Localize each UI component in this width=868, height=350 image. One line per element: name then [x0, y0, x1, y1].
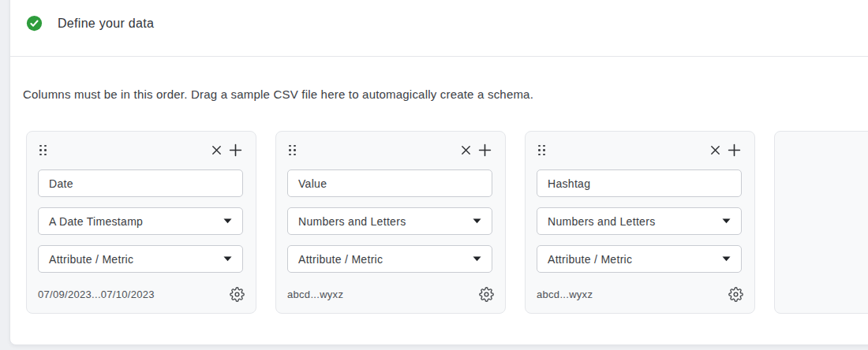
instruction-text: Columns must be in this order. Drag a sa… [23, 86, 533, 103]
drag-handle-icon[interactable] [289, 145, 296, 156]
data-type-value: Numbers and Letters [548, 215, 655, 228]
column-settings-button[interactable] [479, 287, 494, 302]
add-column-button[interactable] [229, 143, 242, 157]
plus-icon [478, 143, 492, 157]
x-icon [709, 144, 721, 156]
add-column-button[interactable] [728, 143, 741, 157]
data-type-select[interactable]: Numbers and Letters [287, 207, 492, 235]
sample-range-label: abcd...wyxz [287, 289, 343, 300]
plus-icon [728, 143, 741, 157]
remove-column-button[interactable] [460, 144, 472, 156]
card-header [39, 142, 242, 158]
panel-header: Define your data [26, 15, 154, 32]
card-header [538, 142, 741, 158]
remove-column-button[interactable] [709, 144, 721, 156]
data-type-select[interactable]: A Date Timestamp [38, 207, 243, 235]
x-icon [211, 144, 223, 156]
attribute-metric-select[interactable]: Attribute / Metric [537, 245, 742, 273]
column-name-input[interactable] [38, 169, 243, 197]
define-data-panel: Define your data Columns must be in this… [9, 0, 868, 345]
x-icon [460, 144, 472, 156]
card-footer: 07/09/2023...07/10/2023 [38, 286, 245, 302]
remove-column-button[interactable] [211, 144, 223, 156]
gear-icon [230, 287, 245, 302]
drag-handle-icon[interactable] [538, 145, 545, 156]
gear-icon [728, 287, 743, 302]
caret-down-icon [223, 218, 232, 224]
column-settings-button[interactable] [728, 287, 743, 302]
empty-column-card [774, 131, 868, 314]
card-header [289, 142, 492, 158]
card-actions [211, 143, 242, 157]
caret-down-icon [223, 256, 232, 262]
data-type-value: Numbers and Letters [298, 215, 406, 228]
attribute-metric-value: Attribute / Metric [548, 253, 632, 266]
data-type-select[interactable]: Numbers and Letters [537, 207, 742, 235]
plus-icon [229, 143, 242, 157]
section-title: Define your data [58, 17, 154, 31]
check-circle-icon [26, 15, 43, 32]
caret-down-icon [473, 256, 481, 262]
card-footer: abcd...wyxz [537, 286, 743, 302]
sample-range-label: 07/09/2023...07/10/2023 [38, 289, 155, 300]
add-column-button[interactable] [478, 143, 492, 157]
data-type-value: A Date Timestamp [49, 215, 143, 228]
attribute-metric-select[interactable]: Attribute / Metric [287, 245, 492, 273]
caret-down-icon [473, 218, 481, 224]
gear-icon [479, 287, 494, 302]
column-name-input[interactable] [287, 169, 492, 197]
caret-down-icon [722, 218, 731, 224]
sample-range-label: abcd...wyxz [537, 289, 593, 300]
column-card: Numbers and Letters Attribute / Metric a… [525, 131, 755, 314]
column-name-input[interactable] [537, 169, 742, 197]
attribute-metric-select[interactable]: Attribute / Metric [38, 245, 243, 273]
column-settings-button[interactable] [230, 287, 245, 302]
column-card: Numbers and Letters Attribute / Metric a… [275, 131, 506, 314]
card-footer: abcd...wyxz [287, 286, 494, 302]
column-cards-row: A Date Timestamp Attribute / Metric 07/0… [26, 131, 868, 314]
caret-down-icon [722, 256, 731, 262]
card-actions [460, 143, 492, 157]
attribute-metric-value: Attribute / Metric [298, 253, 383, 266]
attribute-metric-value: Attribute / Metric [49, 253, 133, 266]
drag-handle-icon[interactable] [39, 145, 47, 156]
card-actions [709, 143, 741, 157]
column-card: A Date Timestamp Attribute / Metric 07/0… [26, 131, 256, 314]
header-divider [10, 56, 868, 57]
